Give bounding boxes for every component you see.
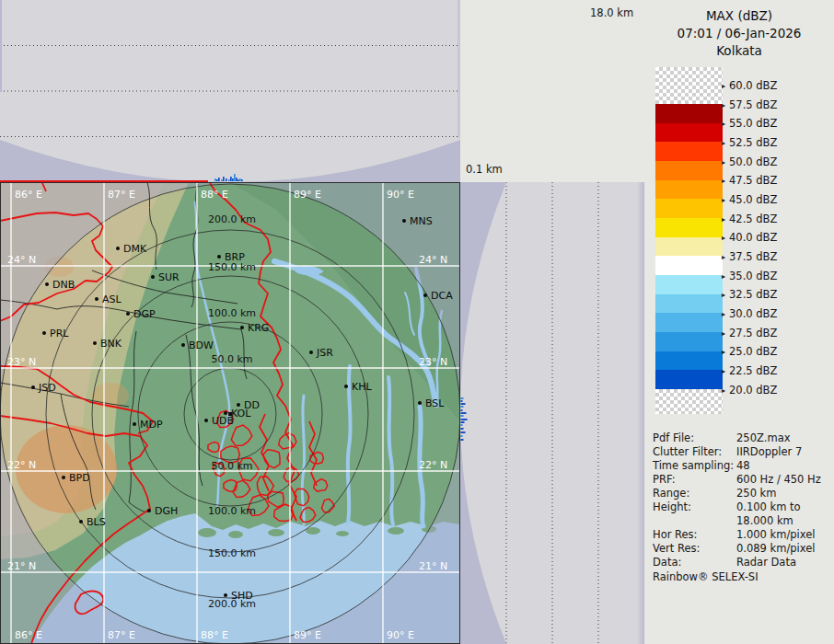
- scale-tick-text: 37.5 dBZ: [729, 250, 777, 263]
- city-label-BLS: BLS: [87, 516, 106, 528]
- scale-tick-text: 60.0 dBZ: [729, 79, 777, 92]
- scale-tick-text: 22.5 dBZ: [729, 364, 777, 377]
- echo-spike: [214, 178, 216, 181]
- scale-tick-label: ▸37.5 dBZ: [722, 250, 777, 263]
- scale-tick-label: ▸27.5 dBZ: [722, 327, 777, 339]
- scale-tick-arrow-icon: ▸: [722, 291, 725, 299]
- city-label-DCA: DCA: [431, 290, 453, 302]
- range-ring-label: 150.0 km: [208, 547, 256, 559]
- scale-tick-text: 27.5 dBZ: [729, 327, 777, 339]
- lon-label-top: 89° E: [294, 189, 321, 201]
- scale-tick-label: ▸32.5 dBZ: [722, 288, 777, 301]
- city-label-MNS: MNS: [410, 215, 433, 227]
- radar-site-marker: [228, 412, 232, 416]
- lat-label-left: 23° N: [7, 356, 36, 368]
- city-label-KOL: KOL: [231, 408, 251, 420]
- city-label-BDW: BDW: [189, 339, 214, 351]
- echo-spike: [461, 415, 464, 417]
- city-label-BSL: BSL: [425, 397, 445, 409]
- echo-spike: [461, 406, 464, 408]
- city-dot-BRP: [217, 255, 221, 259]
- city-dot-JSD: [31, 385, 35, 389]
- range-ring-label: 50.0 km: [211, 460, 252, 472]
- scale-tick-text: 52.5 dBZ: [729, 136, 777, 149]
- lon-label-bottom: 90° E: [387, 629, 414, 641]
- lon-label-top: 90° E: [387, 189, 414, 201]
- scale-tick-label: ▸55.0 dBZ: [722, 117, 777, 130]
- city-label-BRP: BRP: [225, 251, 245, 263]
- city-dot-SHD: [224, 593, 227, 597]
- lat-label-right: 23° N: [419, 356, 447, 368]
- city-label-MDP: MDP: [140, 419, 163, 431]
- scale-block: [655, 142, 723, 161]
- scale-tick-label: ▸25.0 dBZ: [722, 345, 777, 358]
- scale-tick-text: 57.5 dBZ: [729, 98, 777, 111]
- city-dot-DMK: [116, 247, 120, 250]
- scale-tick-text: 25.0 dBZ: [729, 345, 777, 358]
- scale-block: [655, 237, 723, 257]
- scale-tick-arrow-icon: ▸: [722, 82, 725, 90]
- city-dot-UDB: [204, 419, 208, 422]
- software-credit: Rainbow® SELEX-SI: [653, 570, 759, 583]
- echo-spike: [226, 178, 227, 181]
- scale-tick-arrow-icon: ▸: [722, 234, 725, 242]
- metadata-label: Vert Res:: [653, 542, 736, 556]
- echo-spike: [461, 409, 463, 411]
- scale-tick-text: 32.5 dBZ: [729, 288, 777, 301]
- echo-spike: [461, 435, 463, 437]
- city-dot-MDP: [133, 422, 136, 426]
- scale-block-below-min: [655, 389, 723, 414]
- city-dot-KHL: [344, 385, 348, 388]
- echo-spike: [232, 178, 234, 181]
- lat-label-right: 24° N: [419, 254, 447, 266]
- city-label-UDB: UDB: [212, 415, 234, 427]
- scale-tick-label: ▸40.0 dBZ: [722, 231, 777, 244]
- scale-tick-text: 35.0 dBZ: [729, 270, 777, 282]
- city-dot-BSL: [418, 401, 422, 405]
- scale-block: [655, 180, 723, 200]
- metadata-label: Height:: [653, 500, 736, 514]
- metadata-label: Clutter Filter:: [653, 445, 736, 459]
- metadata-value: 250Z.max: [736, 431, 791, 445]
- echo-spike: [461, 431, 466, 433]
- legend-panel: MAX (dBZ) 07:01 / 06-Jan-2026 Kolkata ▸6…: [644, 0, 834, 644]
- city-dot-SUR: [151, 275, 155, 279]
- scale-tick-text: 20.0 dBZ: [729, 384, 777, 397]
- scale-tick-arrow-icon: ▸: [722, 253, 725, 261]
- top-cross-section-canvas: [0, 0, 460, 182]
- radar-map-canvas: 200.0 km150.0 km100.0 km50.0 km50.0 km10…: [0, 182, 460, 644]
- scale-block: [655, 256, 723, 275]
- height-max-label: 18.0 km: [590, 6, 633, 19]
- scale-tick-text: 50.0 dBZ: [729, 155, 777, 168]
- scale-tick-arrow-icon: ▸: [722, 215, 725, 224]
- lon-label-bottom: 87° E: [108, 629, 135, 641]
- echo-spike: [230, 177, 232, 181]
- scale-block: [655, 123, 723, 143]
- range-ring-label: 100.0 km: [208, 307, 256, 319]
- scale-tick-label: ▸35.0 dBZ: [722, 270, 777, 282]
- scale-tick-label: ▸57.5 dBZ: [722, 98, 777, 111]
- lon-label-bottom: 88° E: [201, 629, 228, 641]
- scale-tick-text: 47.5 dBZ: [729, 174, 777, 187]
- lat-label-left: 21° N: [7, 560, 36, 572]
- lat-label-left: 24° N: [7, 254, 36, 266]
- metadata-label: PRF:: [653, 473, 736, 487]
- scale-tick-label: ▸20.0 dBZ: [722, 384, 777, 397]
- scale-block: [655, 351, 723, 371]
- scale-block: [655, 332, 723, 351]
- metadata-label: Data:: [653, 556, 736, 569]
- scale-tick-label: ▸47.5 dBZ: [722, 174, 777, 187]
- scale-tick-label: ▸50.0 dBZ: [722, 155, 777, 168]
- metadata-label: [653, 514, 736, 528]
- echo-spike: [234, 174, 236, 181]
- right-cross-section-canvas: [460, 182, 644, 644]
- scale-tick-arrow-icon: ▸: [722, 386, 725, 395]
- lon-label-bottom: 89° E: [294, 629, 321, 641]
- echo-spike: [461, 439, 464, 441]
- radar-map: 200.0 km150.0 km100.0 km50.0 km50.0 km10…: [0, 182, 460, 644]
- scale-tick-label: ▸45.0 dBZ: [722, 193, 777, 206]
- echo-spike: [223, 177, 225, 181]
- echo-spike: [218, 178, 220, 181]
- city-label-DNB: DNB: [52, 279, 75, 291]
- scale-tick-label: ▸42.5 dBZ: [722, 213, 777, 225]
